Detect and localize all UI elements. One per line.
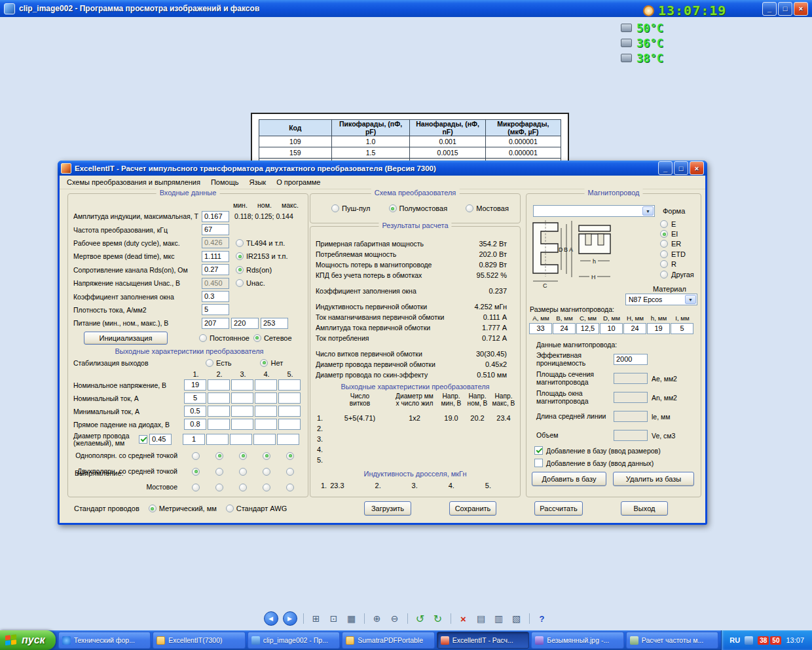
slideshow-icon[interactable]: ▦ [345, 612, 358, 625]
core-select-dropdown[interactable]: ▼ [533, 205, 655, 217]
db-checkbox-row[interactable]: Добавление в базу (ввод данных) [534, 457, 661, 469]
output-cell[interactable] [231, 419, 253, 430]
core-shape-option[interactable]: E [660, 219, 694, 229]
output-cell[interactable] [230, 434, 252, 445]
output-cell[interactable]: 19 [184, 379, 206, 391]
taskbar-task[interactable]: ExcellentIT - Расч... [437, 632, 530, 649]
output-cell[interactable] [255, 379, 277, 391]
rectifier-radio[interactable] [215, 484, 223, 491]
db-checkbox[interactable] [534, 446, 543, 455]
size-input[interactable]: 33 [529, 323, 552, 334]
supply-input[interactable]: 207 [202, 318, 229, 329]
core-shape-option[interactable]: EI [660, 229, 694, 239]
output-cell[interactable]: 5 [184, 392, 206, 404]
core-data-input[interactable] [614, 430, 648, 441]
radio-button[interactable] [253, 334, 261, 342]
output-cell[interactable] [253, 434, 276, 445]
rectifier-radio[interactable] [239, 468, 247, 476]
core-shape-radio[interactable] [660, 250, 668, 258]
copy-icon[interactable]: ▧ [510, 612, 523, 625]
driver-radio-option[interactable]: TL494 и т.п. [236, 239, 285, 247]
core-data-input[interactable]: 2000 [614, 354, 648, 365]
core-shape-radio[interactable] [660, 271, 668, 278]
supply-type-option[interactable]: Сетевое [253, 334, 292, 342]
driver-radio-option[interactable]: Uнас. [236, 279, 265, 287]
field-input[interactable]: 0.3 [202, 291, 229, 302]
menu-item[interactable]: Язык [244, 178, 270, 187]
size-input[interactable]: 19 [647, 323, 670, 334]
core-shape-option[interactable]: R [660, 259, 694, 269]
core-shape-option[interactable]: ER [660, 239, 694, 249]
output-cell[interactable] [278, 419, 301, 430]
output-cell[interactable] [231, 392, 253, 404]
output-cell[interactable] [208, 406, 230, 417]
radio-button[interactable] [236, 239, 244, 247]
minimize-button[interactable]: _ [762, 2, 777, 16]
menu-item[interactable]: Помощь [206, 178, 244, 187]
converter-scheme-option[interactable]: Пуш-пул [331, 204, 371, 212]
output-cell[interactable] [278, 392, 301, 404]
rectifier-radio[interactable] [263, 468, 270, 476]
db-checkbox-row[interactable]: Добавление в базу (ввод размеров) [534, 444, 661, 457]
supply-input[interactable]: 253 [261, 318, 288, 329]
exit-button[interactable]: Выход [621, 501, 668, 516]
rectifier-radio[interactable] [263, 452, 270, 460]
radio-button[interactable] [466, 204, 473, 212]
radio-button[interactable] [206, 359, 213, 367]
field-input[interactable]: 0.450 [202, 278, 229, 289]
field-input[interactable]: 0.167 [202, 211, 229, 222]
add-to-db-button[interactable]: Добавить в базу [532, 472, 606, 486]
output-cell[interactable] [231, 379, 253, 391]
output-cell[interactable] [255, 392, 277, 404]
output-cell[interactable]: 0.8 [184, 419, 206, 430]
rotate-ccw-icon[interactable]: ↺ [414, 612, 427, 625]
output-cell[interactable] [208, 419, 230, 430]
start-button[interactable]: пуск [0, 630, 56, 650]
diameter-input[interactable]: 0.45 [149, 434, 172, 445]
driver-radio-option[interactable]: IR2153 и т.п. [236, 252, 288, 260]
actual-size-icon[interactable]: ⊡ [327, 612, 341, 625]
stabilization-option[interactable]: Нет [260, 359, 283, 367]
radio-button[interactable] [149, 505, 157, 512]
core-data-input[interactable] [614, 411, 648, 422]
zoom-in-icon[interactable]: ⊕ [371, 612, 384, 625]
taskbar-task[interactable]: ExcellentIT(7300) [153, 632, 246, 649]
output-cell[interactable]: 1 [183, 434, 205, 445]
field-input[interactable]: 5 [202, 304, 229, 315]
diameter-checkbox[interactable] [139, 435, 147, 444]
field-input[interactable]: 0.27 [202, 264, 229, 275]
driver-radio-option[interactable]: Rds(on) [236, 266, 272, 274]
size-input[interactable]: 5 [671, 323, 693, 334]
dropdown-arrow-icon[interactable]: ▼ [685, 295, 696, 304]
output-cell[interactable] [206, 434, 229, 445]
menu-item[interactable]: Схемы преобразования и выпрямления [62, 178, 205, 187]
db-checkbox[interactable] [534, 459, 543, 467]
taskbar-task[interactable]: Расчет частоты м... [626, 632, 719, 649]
material-dropdown[interactable]: N87 Epcos ▼ [625, 294, 697, 305]
wire-standard-option[interactable]: Стандарт AWG [226, 505, 287, 512]
stabilization-option[interactable]: Есть [206, 359, 231, 367]
core-shape-option[interactable]: Другая [660, 269, 694, 279]
minimize-button[interactable]: _ [658, 161, 673, 175]
radio-button[interactable] [199, 334, 207, 342]
core-data-input[interactable] [614, 373, 648, 384]
load-button[interactable]: Загрузить [364, 501, 411, 516]
init-button[interactable]: Инициализация [84, 332, 168, 345]
zoom-out-icon[interactable]: ⊖ [388, 612, 401, 625]
print-icon[interactable]: ▤ [475, 612, 488, 625]
output-cell[interactable]: 0.5 [184, 406, 206, 417]
output-cell[interactable] [255, 406, 277, 417]
radio-button[interactable] [389, 204, 397, 212]
rectifier-radio[interactable] [263, 484, 270, 491]
rotate-cw-icon[interactable]: ↻ [432, 612, 445, 625]
dropdown-arrow-icon[interactable]: ▼ [642, 206, 654, 216]
core-shape-radio[interactable] [660, 240, 668, 248]
taskbar-task[interactable]: Безымянный.jpg -... [531, 632, 624, 649]
output-cell[interactable] [208, 392, 230, 404]
previous-image-icon[interactable]: ◀ [264, 611, 278, 626]
output-cell[interactable] [208, 379, 230, 391]
maximize-button[interactable]: □ [674, 161, 688, 175]
size-input[interactable]: 12,5 [576, 323, 599, 334]
supply-type-option[interactable]: Постоянное [199, 334, 249, 342]
field-input[interactable]: 67 [202, 224, 229, 235]
